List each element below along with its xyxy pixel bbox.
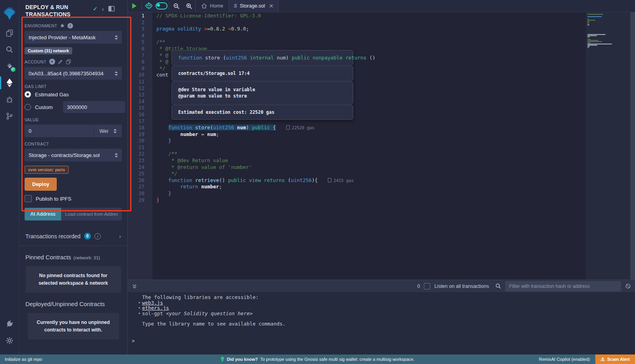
line-number: 1 <box>128 13 152 19</box>
plugin-manager-icon[interactable] <box>0 316 19 332</box>
code-line: 29} <box>128 197 586 204</box>
line-number: 18 <box>128 125 152 131</box>
main-area: Home S Storage.sol ✕ 1// SPDX-License-Id… <box>128 0 635 354</box>
pin-panel-icon[interactable] <box>108 6 115 11</box>
value-input[interactable] <box>25 125 94 137</box>
terminal-line: •sol-gpt <your Solidity question here> <box>128 311 635 316</box>
line-number: 10 <box>128 72 152 79</box>
home-tab-label: Home <box>210 3 223 9</box>
evm-version-badge: evm version: paris <box>25 166 69 174</box>
run-script-button[interactable] <box>128 0 140 12</box>
panel-chevron-icon[interactable]: › <box>102 6 104 12</box>
line-number: 2 <box>128 19 152 26</box>
tab-home[interactable]: Home <box>195 0 229 12</box>
line-number: 13 <box>128 92 152 98</box>
remix-ide-window: ✓ <box>0 0 635 364</box>
value-unit-select[interactable]: Wei <box>94 125 122 137</box>
transactions-info-icon[interactable]: i <box>94 233 101 239</box>
solidity-file-icon: S <box>234 3 237 9</box>
terminal-search-icon[interactable] <box>495 283 501 289</box>
code-line: 4 <box>128 33 586 39</box>
estimated-gas-radio[interactable] <box>25 91 31 98</box>
debugger-icon[interactable] <box>0 91 19 108</box>
contract-value: Storage - contracts/Storage.sol <box>29 152 100 158</box>
line-number: 11 <box>128 79 152 85</box>
line-number: 9 <box>128 65 152 72</box>
settings-icon[interactable] <box>0 332 19 349</box>
environment-label: ENVIRONMENT <box>25 23 57 28</box>
copilot-status[interactable]: RemixAI Copilot (enabled) <box>539 357 590 362</box>
collapse-terminal-icon[interactable] <box>132 284 137 289</box>
deployed-contracts-heading: Deployed/Unpinned Contracts <box>25 301 121 307</box>
terminal-line: Type the library name to see available c… <box>128 321 635 327</box>
transactions-recorded-row[interactable]: Transactions recorded 0 i › <box>19 227 127 246</box>
publish-ipfs-checkbox[interactable] <box>25 195 32 202</box>
line-number: 20 <box>128 138 152 144</box>
line-number: 16 <box>128 111 152 118</box>
account-label-row: ACCOUNT + <box>25 59 122 65</box>
line-number: 3 <box>128 26 152 33</box>
minimap-column[interactable] <box>586 12 630 280</box>
scam-alert-button[interactable]: ⚠ Scam Alert <box>595 354 635 364</box>
add-account-icon[interactable]: + <box>49 59 55 65</box>
close-tab-icon[interactable]: ✕ <box>269 3 274 9</box>
warning-icon: ⚠ <box>600 356 605 362</box>
at-address-input[interactable] <box>61 208 122 220</box>
deploy-run-icon[interactable] <box>0 75 19 91</box>
file-explorer-icon[interactable] <box>0 25 19 41</box>
at-address-button[interactable]: At Address <box>25 208 61 220</box>
status-bar: Initialize as git repo Did you know? To … <box>0 354 635 364</box>
value-label: VALUE <box>25 117 39 122</box>
editor-scrollbar[interactable] <box>630 12 635 280</box>
copilot-toggle[interactable] <box>155 0 168 12</box>
git-init-label[interactable]: Initialize as git repo <box>0 357 42 362</box>
transactions-recorded-label: Transactions recorded <box>25 233 81 239</box>
line-number: 22 <box>128 151 152 157</box>
custom-gas-input[interactable] <box>63 101 125 113</box>
zoom-out-icon[interactable] <box>170 0 183 12</box>
function-hover-tooltip: function store (uint256 internal num) pu… <box>171 50 353 120</box>
code-line: 21 <box>128 144 586 151</box>
solidity-compiler-icon[interactable]: ✓ <box>0 58 19 75</box>
line-number: 17 <box>128 118 152 125</box>
transaction-filter-input[interactable] <box>505 281 621 291</box>
code-line: 1// SPDX-License-Identifier: GPL-3.0 <box>128 13 586 19</box>
zoom-in-icon[interactable] <box>183 0 195 12</box>
code-line: 25 */ <box>128 171 586 177</box>
tooltip-signature: function store (uint256 internal num) pu… <box>171 50 353 65</box>
git-icon[interactable] <box>0 108 19 125</box>
plug-icon[interactable] <box>59 23 66 29</box>
remix-logo-icon[interactable] <box>0 2 19 25</box>
transactions-count-badge: 0 <box>84 233 91 239</box>
contract-label: CONTRACT <box>25 142 49 146</box>
copy-account-icon[interactable] <box>66 59 71 64</box>
custom-gas-radio[interactable] <box>25 104 31 110</box>
environment-select[interactable]: Injected Provider - MetaMask <box>25 31 122 44</box>
clear-console-icon[interactable] <box>625 283 631 289</box>
terminal-output[interactable]: The following libraries are accessible: … <box>128 292 635 354</box>
remixai-robot-icon[interactable] <box>142 0 155 12</box>
minimap <box>587 14 628 48</box>
terminal-prompt[interactable]: > <box>128 338 635 344</box>
tab-storage-sol[interactable]: S Storage.sol ✕ <box>229 0 279 12</box>
search-icon[interactable] <box>0 41 19 58</box>
scam-alert-label: Scam Alert <box>607 357 630 362</box>
environment-info-icon[interactable]: i <box>67 23 73 29</box>
icon-sidebar: ✓ <box>0 0 19 354</box>
terminal-header: 0 Listen on all transactions <box>128 280 635 292</box>
edit-account-icon[interactable] <box>58 59 63 64</box>
contract-select[interactable]: Storage - contracts/Storage.sol <box>25 149 122 161</box>
deploy-button[interactable]: Deploy <box>25 178 57 191</box>
line-number: 24 <box>128 164 152 171</box>
chevron-updown-icon <box>114 129 117 133</box>
account-select[interactable]: 0xA03...85ac4 (0.398673504934 <box>25 67 122 80</box>
code-line: 26 function retrieve() public view retur… <box>128 177 586 184</box>
code-editor[interactable]: 1// SPDX-License-Identifier: GPL-3.023pr… <box>128 12 635 280</box>
code-line: 18 function store(uint256 num) public {2… <box>128 125 586 131</box>
listen-transactions-checkbox[interactable] <box>424 283 430 289</box>
line-number: 26 <box>128 177 152 184</box>
account-label: ACCOUNT <box>25 59 46 64</box>
transactions-expand-icon[interactable]: › <box>119 233 121 239</box>
deploy-run-panel: DEPLOY & RUN TRANSACTIONS ✓ › ENVIRONMEN… <box>19 0 128 354</box>
line-number: 7 <box>128 52 152 59</box>
